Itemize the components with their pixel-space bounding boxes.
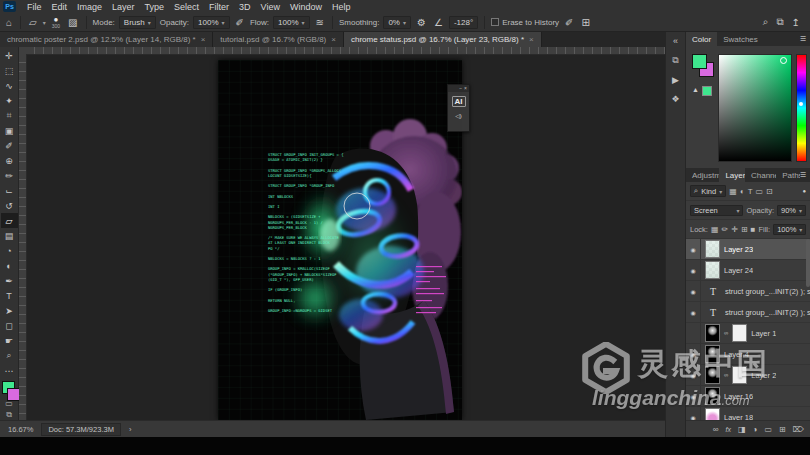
speaker-icon[interactable]: ◁) <box>455 112 462 119</box>
search-icon[interactable]: ⌕ <box>763 16 769 28</box>
lock-position-icon[interactable]: ✛ <box>731 225 738 234</box>
filter-shape-icon[interactable]: ▭ <box>756 187 764 196</box>
layer-row[interactable]: ◉Layer 4 <box>686 344 810 365</box>
close-icon[interactable]: × <box>464 85 467 92</box>
tab-adjustmen[interactable]: Adjustmen <box>686 168 719 182</box>
edit-toolbar[interactable]: ⋯ <box>1 363 18 378</box>
foreground-color-swatch[interactable] <box>692 54 707 69</box>
visibility-toggle[interactable]: ◉ <box>686 344 701 364</box>
smoothing-select[interactable]: 0% ▾ <box>383 16 411 29</box>
zoom-level-field[interactable]: 16.67% <box>8 425 33 434</box>
visibility-toggle[interactable] <box>686 323 701 343</box>
opacity-select[interactable]: 100% ▾ <box>193 16 229 29</box>
tab-color[interactable]: Color <box>686 32 717 46</box>
filter-toggle-icon[interactable]: ● <box>802 188 806 194</box>
menu-help[interactable]: Help <box>327 2 356 12</box>
gradient-tool[interactable]: ▤ <box>1 228 18 243</box>
menu-filter[interactable]: Filter <box>204 2 234 12</box>
quick-selection-tool[interactable]: ✦ <box>1 93 18 108</box>
move-tool[interactable]: ✛ <box>1 48 18 63</box>
layer-row[interactable]: ◉Tstruct group_...INIT(2) ); s <box>686 302 810 323</box>
tablet-icon[interactable]: ⊞ <box>579 17 591 28</box>
visibility-toggle[interactable]: ◉ <box>686 302 701 322</box>
path-selection-tool[interactable]: ➤ <box>1 303 18 318</box>
panel-menu-icon[interactable]: ☰ <box>800 35 810 43</box>
type-tool[interactable]: T <box>1 288 18 303</box>
document-tab[interactable]: chrome status.psd @ 16.7% (Layer 23, RGB… <box>344 32 542 47</box>
hue-slider-marker[interactable] <box>799 102 803 106</box>
panel-menu-icon[interactable]: ☰ <box>800 171 810 179</box>
document-tab[interactable]: chromatic poster 2.psd @ 12.5% (Layer 14… <box>0 32 213 47</box>
hue-slider[interactable] <box>796 54 807 162</box>
visibility-toggle[interactable]: ◉ <box>686 239 701 259</box>
hand-tool[interactable]: ☛ <box>1 333 18 348</box>
lock-transparency-icon[interactable]: ▦ <box>711 225 719 234</box>
zoom-tool[interactable]: ⌕ <box>1 348 18 363</box>
filter-type-icon[interactable]: T <box>748 187 753 196</box>
shape-tool[interactable]: ◻ <box>1 318 18 333</box>
screen-mode-button[interactable]: ⧉ <box>1 409 18 420</box>
background-color-swatch[interactable] <box>7 388 20 401</box>
brush-tool[interactable]: ✏ <box>1 168 18 183</box>
color-swatches-widget[interactable] <box>1 380 18 399</box>
kind-filter-select[interactable]: ⌕ Kind ▾ <box>690 185 726 197</box>
crop-tool[interactable]: ⌗ <box>1 108 18 123</box>
document-artwork[interactable]: STRUCT GROUP_INFO INIT_GROUPS = {USAGE =… <box>218 60 462 420</box>
menu-edit[interactable]: Edit <box>47 2 73 12</box>
airbrush-icon[interactable]: ≋ <box>314 17 326 28</box>
menu-3d[interactable]: 3D <box>234 2 256 12</box>
brush-settings-panel-icon[interactable]: ▨ <box>66 17 79 28</box>
canvas-area[interactable]: STRUCT GROUP_INFO INIT_GROUPS = {USAGE =… <box>19 47 665 420</box>
lock-all-icon[interactable]: ■ <box>751 225 756 234</box>
blur-tool[interactable]: ◔ <box>1 243 18 258</box>
filter-adjustment-icon[interactable]: ◐ <box>740 187 745 196</box>
home-icon[interactable]: ⌂ <box>4 17 14 28</box>
brush-preset-picker[interactable]: ● 300 <box>50 16 62 29</box>
history-brush-tool[interactable]: ↺ <box>1 198 18 213</box>
close-icon[interactable]: × <box>529 35 534 44</box>
link-layers-icon[interactable]: ∞ <box>713 425 719 434</box>
healing-brush-tool[interactable]: ⊕ <box>1 153 18 168</box>
new-layer-icon[interactable]: ⊞ <box>779 425 786 434</box>
filter-pixel-icon[interactable]: ▦ <box>729 187 737 196</box>
close-icon[interactable]: × <box>331 35 336 44</box>
layer-row[interactable]: ◉Layer 18 <box>686 407 810 420</box>
erase-to-history-checkbox[interactable]: Erase to History <box>491 18 559 27</box>
collapse-panels-icon[interactable]: « <box>673 36 678 46</box>
tab-swatches[interactable]: Swatches <box>717 32 764 46</box>
pressure-size-icon[interactable]: ✐ <box>563 17 575 28</box>
lasso-tool[interactable]: ∿ <box>1 78 18 93</box>
layer-row[interactable]: ◉Layer 23 <box>686 239 810 260</box>
color-field[interactable] <box>718 54 792 162</box>
close-icon[interactable]: × <box>201 35 206 44</box>
visibility-toggle[interactable]: ◉ <box>686 281 701 301</box>
status-chevron-icon[interactable]: › <box>129 425 132 434</box>
brush-angle-field[interactable]: -128° <box>449 16 478 29</box>
document-tab[interactable]: tutorial.psd @ 16.7% (RGB/8)× <box>213 32 344 47</box>
scrollbar[interactable] <box>806 239 810 287</box>
fill-select[interactable]: 100% ▾ <box>773 224 806 235</box>
menu-select[interactable]: Select <box>169 2 204 12</box>
layer-row[interactable]: ◉∞Layer 2 <box>686 365 810 386</box>
visibility-toggle[interactable]: ◉ <box>686 365 701 385</box>
new-adjustment-layer-icon[interactable]: ◑ <box>753 425 758 434</box>
marquee-tool[interactable]: ⬚ <box>1 63 18 78</box>
blend-mode-select[interactable]: Screen ▾ <box>690 205 743 216</box>
ai-button[interactable]: AI <box>452 96 466 107</box>
visibility-toggle[interactable]: ◉ <box>686 260 701 280</box>
menu-view[interactable]: View <box>256 2 285 12</box>
workspace-icon[interactable]: ⧉ <box>776 16 783 28</box>
menu-image[interactable]: Image <box>72 2 107 12</box>
color-field-marker[interactable] <box>780 57 787 64</box>
menu-file[interactable]: File <box>22 2 47 12</box>
filter-smart-object-icon[interactable]: ⊡ <box>766 187 773 196</box>
pen-tool[interactable]: ✒ <box>1 273 18 288</box>
layer-opacity-select[interactable]: 90% ▾ <box>777 205 806 216</box>
eyedropper-tool[interactable]: ✐ <box>1 138 18 153</box>
lock-artboard-icon[interactable]: ⊞ <box>741 225 748 234</box>
frame-tool[interactable]: ▣ <box>1 123 18 138</box>
layer-row[interactable]: ◉Layer 16 <box>686 386 810 407</box>
smoothing-gear-icon[interactable]: ⚙ <box>415 17 428 28</box>
new-group-icon[interactable]: ▭ <box>764 425 772 434</box>
layer-row[interactable]: ∞Layer 1 <box>686 323 810 344</box>
